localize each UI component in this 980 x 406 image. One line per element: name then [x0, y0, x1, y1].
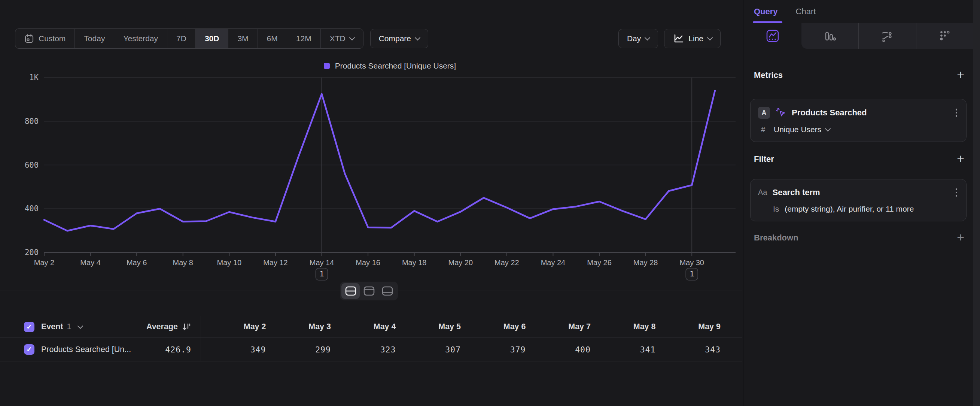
- split-view-toggle[interactable]: [341, 283, 360, 299]
- compare-label: Compare: [379, 34, 411, 43]
- metric-card[interactable]: A Products Searched # Unique Users: [750, 99, 967, 142]
- row-event-name: Products Searched [Un...: [41, 345, 131, 354]
- date-range-7d[interactable]: 7D: [167, 29, 196, 48]
- date-value-cell: 343: [656, 345, 721, 354]
- bottom-panel-view-icon: [382, 286, 393, 296]
- date-value-cell: 400: [526, 345, 591, 354]
- row-average-value: 426.9: [165, 345, 191, 354]
- date-column-header[interactable]: May 9: [656, 322, 721, 331]
- y-axis-label: 600: [25, 161, 38, 170]
- kebab-menu-icon[interactable]: [954, 187, 959, 198]
- x-axis-label: May 26: [587, 258, 612, 267]
- retention-dots-icon: [938, 29, 951, 43]
- date-range-label: 3M: [237, 34, 248, 43]
- date-column-header[interactable]: May 5: [396, 322, 461, 331]
- x-axis-label: May 20: [448, 258, 473, 267]
- check-icon: ✓: [26, 323, 32, 331]
- granularity-button[interactable]: Day: [618, 29, 658, 48]
- table-header-row: ✓ Event 1 Average: [0, 316, 742, 338]
- date-column-header[interactable]: May 6: [461, 322, 526, 331]
- x-axis-label: May 4: [80, 258, 100, 267]
- event-header-label: Event: [41, 322, 63, 331]
- x-axis-label: May 12: [263, 258, 288, 267]
- row-checkbox[interactable]: ✓: [24, 344, 35, 355]
- date-column-header[interactable]: May 7: [526, 322, 591, 331]
- tab-chart[interactable]: Chart: [796, 0, 816, 23]
- date-column-header[interactable]: May 8: [591, 322, 656, 331]
- metrics-section-header: Metrics +: [754, 70, 964, 81]
- add-breakdown-button[interactable]: +: [957, 231, 964, 244]
- date-range-label: XTD: [330, 34, 345, 43]
- metric-event-name: Products Searched: [792, 108, 867, 118]
- tab-retention[interactable]: [916, 23, 974, 49]
- legend-color-swatch: [324, 63, 330, 69]
- x-axis-label: May 24: [541, 258, 566, 267]
- chevron-down-icon: [349, 35, 355, 41]
- date-value-cell: 349: [201, 345, 266, 354]
- granularity-label: Day: [627, 34, 641, 43]
- y-axis-label: 1K: [29, 73, 38, 82]
- filter-condition-row: Is (empty string), Air purifier, or 11 m…: [758, 204, 959, 213]
- add-filter-button[interactable]: +: [957, 152, 964, 165]
- date-column-header[interactable]: May 4: [331, 322, 396, 331]
- tab-flow[interactable]: [858, 23, 916, 49]
- date-value-cell: 341: [591, 345, 656, 354]
- flow-icon: [880, 29, 894, 43]
- filter-property-name: Search term: [772, 188, 820, 197]
- aggregation-selector[interactable]: Unique Users: [774, 125, 821, 134]
- filter-section-header: Filter +: [754, 154, 964, 165]
- filter-operator[interactable]: Is: [773, 204, 779, 213]
- sort-descending-icon: [181, 322, 191, 332]
- average-header-label: Average: [146, 322, 178, 331]
- tab-insights-line[interactable]: [744, 23, 802, 49]
- panel-tabs: Query Chart: [743, 0, 973, 23]
- chevron-down-icon[interactable]: [77, 323, 83, 329]
- tab-bar-chart[interactable]: [802, 23, 859, 49]
- date-range-label: Custom: [38, 34, 65, 43]
- event-cursor-icon: [775, 107, 786, 118]
- check-icon: ✓: [26, 345, 32, 353]
- y-axis-label: 400: [25, 204, 38, 213]
- date-range-custom[interactable]: Custom: [15, 29, 75, 48]
- filter-card[interactable]: Aa Search term Is (empty string), Air pu…: [750, 179, 967, 221]
- add-metric-button[interactable]: +: [957, 68, 964, 81]
- chevron-down-icon: [644, 35, 651, 41]
- date-range-6m[interactable]: 6M: [258, 29, 287, 48]
- line-chart-canvas: 2004006008001KMay 2May 4May 6May 8May 10…: [0, 71, 742, 288]
- filter-value[interactable]: (empty string), Air purifier, or 11 more: [784, 204, 914, 213]
- x-axis-label: May 30: [679, 258, 704, 267]
- bar-chart-icon: [823, 29, 837, 43]
- date-column-header[interactable]: May 3: [266, 322, 331, 331]
- kebab-menu-icon[interactable]: [954, 107, 959, 118]
- annotation-badge-label: 1: [689, 269, 694, 278]
- filter-card-row: Aa Search term: [758, 187, 959, 198]
- date-range-30d[interactable]: 30D: [196, 29, 228, 48]
- number-aggregation-icon: #: [761, 126, 769, 134]
- date-range-3m[interactable]: 3M: [228, 29, 257, 48]
- select-all-checkbox[interactable]: ✓: [24, 322, 35, 332]
- date-range-group: CustomTodayYesterday7D30D3M6M12MXTD Comp…: [15, 29, 428, 49]
- date-range-label: 12M: [296, 34, 312, 43]
- table-row[interactable]: ✓ Products Searched [Un... 426.9 3492993…: [0, 338, 742, 361]
- compare-button[interactable]: Compare: [370, 29, 428, 48]
- legend-series-label: Products Searched [Unique Users]: [335, 61, 456, 70]
- average-column-header[interactable]: Average: [146, 322, 191, 332]
- scrollbar[interactable]: [973, 0, 980, 406]
- date-value-cell: 299: [266, 345, 331, 354]
- tab-query[interactable]: Query: [754, 0, 778, 23]
- chart-type-button[interactable]: Line: [664, 29, 721, 48]
- breakdown-title: Breakdown: [754, 233, 799, 243]
- date-range-12m[interactable]: 12M: [287, 29, 320, 48]
- date-range-label: Yesterday: [123, 34, 158, 43]
- top-panel-view-toggle[interactable]: [360, 283, 378, 299]
- date-range-xtd[interactable]: XTD: [320, 29, 363, 48]
- bottom-panel-view-toggle[interactable]: [378, 283, 396, 299]
- date-column-header[interactable]: May 2: [201, 322, 266, 331]
- date-range-yesterday[interactable]: Yesterday: [114, 29, 167, 48]
- x-axis-label: May 22: [495, 258, 519, 267]
- line-chart-icon: [673, 33, 684, 44]
- breakdown-section-header: Breakdown +: [754, 232, 964, 244]
- metric-letter-badge: A: [758, 107, 770, 119]
- chart-type-label: Line: [688, 34, 703, 43]
- date-range-today[interactable]: Today: [75, 29, 114, 48]
